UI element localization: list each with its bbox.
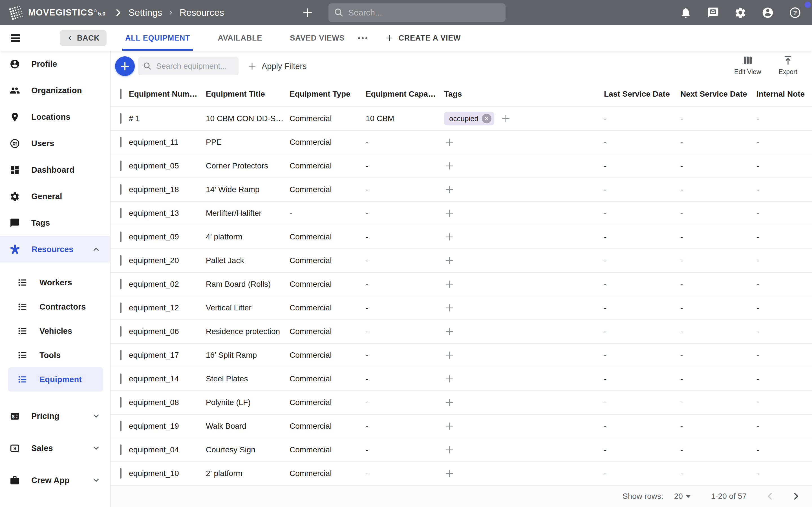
chevron-up-icon[interactable] (92, 245, 100, 253)
row-checkbox[interactable] (120, 302, 121, 313)
add-tag-button[interactable] (444, 208, 455, 219)
tab-all-equipment[interactable]: ALL EQUIPMENT (122, 25, 193, 51)
edit-view-button[interactable]: Edit View (734, 55, 761, 76)
table-row[interactable]: equipment_10 2’ platform Commercial - - … (110, 462, 812, 486)
add-tag-button[interactable] (444, 350, 455, 360)
col-tags[interactable]: Tags (444, 90, 604, 99)
sidebar-item-equipment[interactable]: Equipment (8, 367, 103, 392)
add-tag-button[interactable] (444, 302, 455, 313)
row-checkbox[interactable] (120, 161, 121, 171)
row-checkbox[interactable] (120, 231, 121, 242)
quick-add-icon[interactable] (301, 6, 314, 19)
equipment-search-input[interactable] (156, 62, 234, 71)
sidebar-item-profile[interactable]: Profile (0, 51, 110, 77)
notifications-bell-icon[interactable] (679, 6, 692, 19)
col-equipment-capacity[interactable]: Equipment Capacity (366, 90, 444, 99)
row-checkbox[interactable] (120, 468, 121, 478)
row-checkbox[interactable] (120, 397, 121, 407)
add-tag-button[interactable] (444, 326, 455, 337)
table-row[interactable]: equipment_19 Walk Board Commercial - - -… (110, 414, 812, 438)
table-row[interactable]: equipment_08 Polynite (LF) Commercial - … (110, 391, 812, 414)
table-row[interactable]: equipment_06 Residence protection Commer… (110, 320, 812, 344)
menu-hamburger-icon[interactable] (11, 34, 20, 42)
row-checkbox[interactable] (120, 137, 121, 147)
col-next-service-date[interactable]: Next Service Date (680, 90, 756, 99)
table-row[interactable]: equipment_04 Courtesy Sign Commercial - … (110, 438, 812, 462)
sidebar-item-sales[interactable]: $ Sales (0, 435, 110, 461)
row-checkbox[interactable] (120, 279, 121, 289)
row-checkbox[interactable] (120, 208, 121, 218)
sidebar-section-resources[interactable]: Resources (0, 236, 110, 263)
equipment-search[interactable] (138, 57, 239, 75)
table-row[interactable]: equipment_11 PPE Commercial - - - - (110, 131, 812, 154)
add-tag-button[interactable] (444, 137, 455, 148)
table-row[interactable]: equipment_13 Merlifter/Halifter - - - - … (110, 202, 812, 225)
add-tag-button[interactable] (444, 184, 455, 195)
previous-page-icon[interactable] (765, 492, 775, 501)
table-row[interactable]: equipment_14 Steel Plates Commercial - -… (110, 367, 812, 391)
add-tag-button[interactable] (444, 255, 455, 266)
add-tag-button[interactable] (444, 161, 455, 171)
sidebar-item-vehicles[interactable]: Vehicles (8, 319, 103, 343)
col-equipment-title[interactable]: Equipment Title (206, 90, 290, 99)
tab-saved-views[interactable]: SAVED VIEWS (287, 25, 347, 51)
table-row[interactable]: equipment_18 14’ Wide Ramp Commercial - … (110, 178, 812, 202)
sidebar-item-pricing[interactable]: $ Pricing (0, 403, 110, 429)
sidebar-item-tools[interactable]: Tools (8, 343, 103, 367)
chevron-down-icon[interactable] (92, 412, 100, 420)
next-page-icon[interactable] (791, 492, 801, 501)
account-circle-icon[interactable] (762, 6, 774, 19)
rows-per-page-select[interactable]: 20 (674, 492, 691, 501)
table-row[interactable]: equipment_05 Corner Protectors Commercia… (110, 154, 812, 178)
sidebar-item-locations[interactable]: Locations (0, 104, 110, 130)
chevron-down-icon[interactable] (92, 476, 100, 485)
sidebar-item-workers[interactable]: Workers (8, 270, 103, 295)
global-search[interactable] (328, 3, 506, 22)
messages-icon[interactable] (707, 6, 719, 19)
settings-gear-icon[interactable] (734, 6, 747, 19)
create-view-button[interactable]: CREATE A VIEW (385, 34, 461, 43)
sidebar-item-dashboard[interactable]: Dashboard (0, 157, 110, 183)
row-checkbox[interactable] (120, 445, 121, 455)
back-button[interactable]: BACK (60, 30, 107, 46)
sidebar-item-contractors[interactable]: Contractors (8, 295, 103, 319)
add-tag-button[interactable] (500, 113, 511, 124)
add-equipment-button[interactable] (115, 56, 135, 76)
col-equipment-type[interactable]: Equipment Type (290, 90, 366, 99)
add-tag-button[interactable] (444, 445, 455, 455)
tag-chip[interactable]: occupied (444, 112, 494, 125)
sidebar-item-users[interactable]: Users (0, 130, 110, 157)
breadcrumb-settings[interactable]: Settings (129, 7, 162, 18)
row-checkbox[interactable] (120, 374, 121, 384)
table-row[interactable]: equipment_02 Ram Board (Rolls) Commercia… (110, 273, 812, 296)
row-checkbox[interactable] (120, 421, 121, 431)
col-equipment-number[interactable]: Equipment Number (129, 90, 206, 99)
col-last-service-date[interactable]: Last Service Date (604, 90, 680, 99)
tab-available[interactable]: AVAILABLE (215, 25, 265, 51)
table-row[interactable]: equipment_20 Pallet Jack Commercial - - … (110, 249, 812, 273)
add-tag-button[interactable] (444, 397, 455, 408)
sidebar-item-tags[interactable]: Tags (0, 210, 110, 236)
table-row[interactable]: equipment_17 16’ Split Ramp Commercial -… (110, 344, 812, 367)
col-internal-note[interactable]: Internal Note (756, 90, 812, 99)
remove-tag-icon[interactable] (482, 114, 492, 123)
table-row[interactable]: equipment_12 Vertical Lifter Commercial … (110, 296, 812, 320)
add-tag-button[interactable] (444, 279, 455, 290)
row-checkbox[interactable] (120, 113, 121, 124)
sidebar-item-organization[interactable]: Organization (0, 77, 110, 104)
row-checkbox[interactable] (120, 350, 121, 360)
row-checkbox[interactable] (120, 255, 121, 266)
chevron-down-icon[interactable] (92, 444, 100, 452)
table-row[interactable]: # 1 10 CBM CON DD-SIDE A Commercial 10 C… (110, 107, 812, 131)
select-all-checkbox[interactable] (120, 89, 121, 99)
sidebar-item-general[interactable]: General (0, 183, 110, 210)
add-tag-button[interactable] (444, 231, 455, 242)
add-tag-button[interactable] (444, 421, 455, 432)
help-icon[interactable]: ? (789, 6, 801, 19)
row-checkbox[interactable] (120, 326, 121, 337)
apply-filters-button[interactable]: Apply Filters (248, 62, 307, 71)
table-row[interactable]: equipment_09 4’ platform Commercial - - … (110, 225, 812, 249)
add-tag-button[interactable] (444, 468, 455, 479)
more-tabs-icon[interactable] (358, 37, 367, 39)
export-button[interactable]: Export (779, 55, 797, 76)
